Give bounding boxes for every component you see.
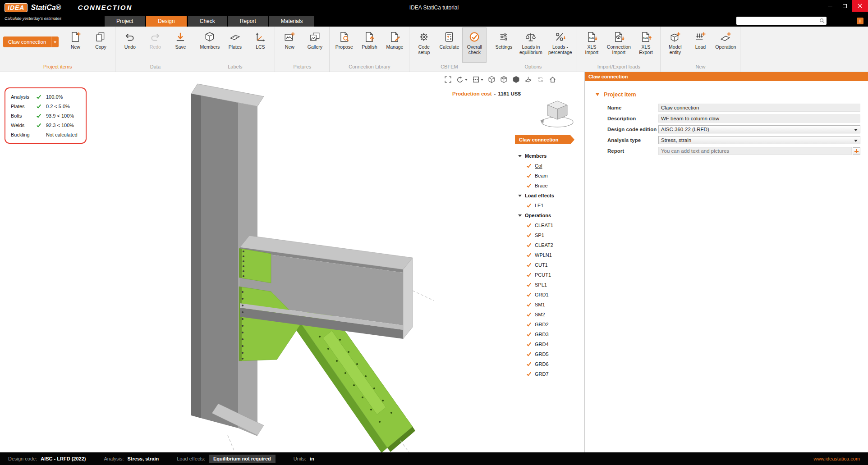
copy-project-item-button[interactable]: Copy — [88, 27, 113, 63]
calculate-button[interactable]: Calculate — [437, 27, 461, 63]
navigation-cube[interactable] — [537, 97, 578, 132]
settings-button[interactable]: Settings — [491, 27, 516, 63]
check-icon[interactable] — [526, 371, 532, 377]
check-icon[interactable] — [526, 282, 532, 287]
members-labels-button[interactable]: Members — [197, 27, 222, 63]
tree-item-le1[interactable]: LE1 — [515, 201, 583, 210]
check-icon[interactable] — [526, 232, 532, 238]
check-icon[interactable] — [526, 242, 532, 248]
model-viewport[interactable]: Analysis 100.0% Plates 0.2 < 5.0% Bolts … — [0, 72, 584, 452]
gallery-button[interactable]: Gallery — [303, 27, 327, 63]
section-view-icon[interactable] — [472, 76, 483, 83]
check-icon[interactable] — [526, 203, 532, 208]
check-icon[interactable] — [526, 322, 532, 327]
sync-view-icon[interactable] — [537, 76, 544, 83]
minimize-button[interactable] — [823, 0, 837, 12]
expander-icon[interactable] — [518, 214, 522, 219]
tab-materials[interactable]: Materials — [269, 16, 315, 27]
home-view-icon[interactable] — [549, 76, 556, 83]
tree-item-col[interactable]: Col — [515, 161, 583, 171]
connection-import-button[interactable]: Connection Import — [605, 27, 633, 63]
loads-in-equilibrium-button[interactable]: Loads in equilibrium — [517, 27, 545, 63]
new-picture-button[interactable]: New — [277, 27, 302, 63]
close-button[interactable] — [852, 0, 868, 12]
check-icon[interactable] — [526, 351, 532, 357]
tree-item-grd1[interactable]: GRD1 — [515, 290, 583, 300]
check-icon[interactable] — [526, 292, 532, 297]
tree-item-sm2[interactable]: SM2 — [515, 310, 583, 319]
manage-button[interactable]: Manage — [382, 27, 407, 63]
model-entity-button[interactable]: Model entity — [663, 27, 687, 63]
add-report-content-button[interactable] — [853, 147, 860, 155]
tab-check[interactable]: Check — [188, 16, 227, 27]
new-load-button[interactable]: Load — [688, 27, 712, 63]
collapse-icon[interactable] — [596, 93, 599, 98]
check-icon[interactable] — [526, 342, 532, 347]
check-icon[interactable] — [526, 223, 532, 228]
check-icon[interactable] — [526, 163, 532, 169]
tree-item-grd3[interactable]: GRD3 — [515, 329, 583, 339]
code-setup-button[interactable]: Code setup — [412, 27, 436, 63]
report-field[interactable] — [658, 147, 852, 155]
check-icon[interactable] — [526, 361, 532, 367]
new-project-item-button[interactable]: New — [63, 27, 87, 63]
design-code-select[interactable]: AISC 360-22 (LRFD) — [658, 125, 860, 133]
tree-header-tag[interactable]: Claw connection — [515, 135, 574, 144]
description-field[interactable] — [658, 114, 860, 123]
xls-import-button[interactable]: XLS Import — [579, 27, 604, 63]
active-connection-dropdown[interactable]: Claw connection — [3, 36, 59, 47]
tree-section-load-effects[interactable]: Load effects — [515, 191, 583, 201]
model-3d-view[interactable] — [0, 72, 584, 452]
tree-item-brace[interactable]: Brace — [515, 181, 583, 191]
loads-percentage-button[interactable]: Loads - percentage — [546, 27, 574, 63]
wireframe-view-icon[interactable] — [488, 76, 496, 83]
solid-view-icon[interactable] — [512, 76, 520, 83]
check-icon[interactable] — [526, 183, 532, 188]
rotate-view-icon[interactable] — [456, 76, 468, 83]
website-link[interactable]: www.ideastatica.com — [813, 456, 860, 461]
tab-report[interactable]: Report — [228, 16, 268, 27]
cleat-plate-1[interactable] — [242, 249, 271, 283]
plates-labels-button[interactable]: Plates — [223, 27, 247, 63]
zoom-fit-icon[interactable] — [444, 76, 452, 83]
new-operation-button[interactable]: Operation — [713, 27, 738, 63]
undo-button[interactable]: Undo — [118, 27, 142, 63]
tree-item-beam[interactable]: Beam — [515, 171, 583, 181]
tree-item-sm1[interactable]: SM1 — [515, 300, 583, 310]
propose-button[interactable]: Propose — [332, 27, 356, 63]
tree-item-wpln1[interactable]: WPLN1 — [515, 250, 583, 260]
tree-item-grd4[interactable]: GRD4 — [515, 339, 583, 349]
tree-item-sp1[interactable]: SP1 — [515, 230, 583, 240]
xls-export-button[interactable]: XLS Export — [634, 27, 658, 63]
tree-item-cleat2[interactable]: CLEAT2 — [515, 240, 583, 250]
check-icon[interactable] — [526, 262, 532, 268]
check-icon[interactable] — [526, 173, 532, 178]
tree-item-grd2[interactable]: GRD2 — [515, 319, 583, 329]
tree-item-cut1[interactable]: CUT1 — [515, 260, 583, 270]
tree-item-pcut1[interactable]: PCUT1 — [515, 270, 583, 280]
project-item-section[interactable]: Project item — [585, 91, 868, 98]
tree-item-grd6[interactable]: GRD6 — [515, 359, 583, 369]
check-icon[interactable] — [526, 332, 532, 337]
tab-design[interactable]: Design — [146, 16, 186, 27]
workplane-icon[interactable] — [524, 76, 532, 83]
check-icon[interactable] — [526, 272, 532, 278]
publish-button[interactable]: Publish — [357, 27, 381, 63]
save-button[interactable]: Save — [168, 27, 193, 63]
name-field[interactable] — [658, 104, 860, 112]
chevron-down-icon[interactable] — [51, 36, 59, 47]
check-icon[interactable] — [526, 312, 532, 317]
tree-section-members[interactable]: Members — [515, 151, 583, 161]
analysis-type-select[interactable]: Stress, strain — [658, 136, 860, 144]
search-icon[interactable] — [819, 18, 825, 23]
tree-item-grd7[interactable]: GRD7 — [515, 369, 583, 379]
check-icon[interactable] — [526, 252, 532, 258]
overall-check-button[interactable]: Overall check — [462, 27, 487, 63]
info-icon[interactable]: i — [857, 18, 863, 24]
tab-project[interactable]: Project — [105, 16, 145, 27]
expander-icon[interactable] — [518, 155, 522, 159]
tree-section-operations[interactable]: Operations — [515, 210, 583, 220]
search-input[interactable] — [736, 18, 819, 23]
expander-icon[interactable] — [518, 195, 522, 199]
transparent-view-icon[interactable] — [500, 76, 508, 83]
